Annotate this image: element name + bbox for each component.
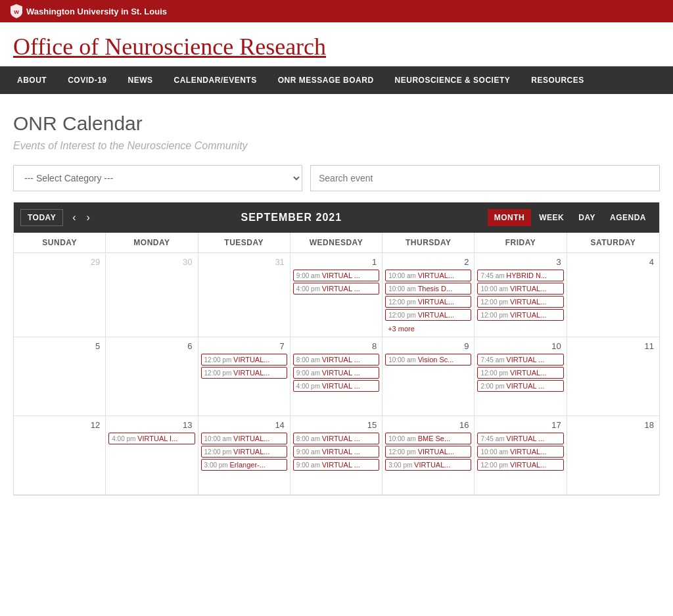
cal-cell-aug29: 29 [14, 253, 106, 337]
site-header: Office of Neuroscience Research [0, 22, 673, 66]
event-sep16-2[interactable]: 12:00 pm VIRTUAL... [385, 446, 471, 458]
header-sunday: SUNDAY [14, 233, 106, 252]
event-sep15-1[interactable]: 8:00 am VIRTUAL ... [293, 433, 379, 444]
event-sep3-2[interactable]: 10:00 am VIRTUAL... [477, 283, 563, 295]
event-sep1-2[interactable]: 4:00 pm VIRTUAL ... [293, 283, 379, 295]
nav-covid[interactable]: COVID-19 [57, 66, 117, 94]
event-sep14-3[interactable]: 3:00 pm Erlanger-... [201, 459, 287, 471]
event-sep2-more[interactable]: +3 more [385, 324, 417, 333]
header-wednesday: WEDNESDAY [290, 233, 383, 252]
event-sep2-3[interactable]: 12:00 pm VIRTUAL... [385, 296, 471, 308]
search-input[interactable] [310, 165, 660, 191]
nav-calendar[interactable]: CALENDAR/EVENTS [164, 66, 267, 94]
nav-about[interactable]: ABOUT [7, 66, 57, 94]
nav-news[interactable]: NEWS [118, 66, 164, 94]
header-friday: FRIDAY [475, 233, 567, 252]
cal-cell-sep10: 10 7:45 am VIRTUAL ... 12:00 pm VIRTUAL.… [475, 337, 567, 416]
event-sep7-2[interactable]: 12:00 pm VIRTUAL... [201, 367, 287, 379]
event-sep13-1[interactable]: 4:00 pm VIRTUAL I... [108, 433, 195, 444]
cal-cell-sep8: 8 8:00 am VIRTUAL ... 9:00 am VIRTUAL ..… [290, 337, 383, 416]
header-monday: MONDAY [106, 233, 198, 252]
event-sep17-3[interactable]: 12:00 pm VIRTUAL... [477, 459, 563, 471]
calendar: TODAY ‹ › SEPTEMBER 2021 MONTH WEEK DAY … [13, 202, 660, 496]
view-week[interactable]: WEEK [532, 209, 570, 226]
cal-cell-sep18: 18 [567, 416, 659, 495]
category-select[interactable]: --- Select Category --- [13, 165, 302, 191]
event-sep8-1[interactable]: 8:00 am VIRTUAL ... [293, 354, 379, 366]
cal-cell-sep3: 3 7:45 am HYBRID N... 10:00 am VIRTUAL..… [475, 253, 567, 337]
top-bar: W Washington University in St. Louis [0, 0, 673, 22]
event-sep7-1[interactable]: 12:00 pm VIRTUAL... [201, 354, 287, 366]
event-sep2-1[interactable]: 10:00 am VIRTUAL... [385, 270, 471, 281]
cal-cell-sep6: 6 [106, 337, 198, 416]
calendar-title: SEPTEMBER 2021 [95, 212, 488, 224]
cal-cell-sep17: 17 7:45 am VIRTUAL ... 10:00 am VIRTUAL.… [475, 416, 567, 495]
cal-cell-sep1: 1 9:00 am VIRTUAL ... 4:00 pm VIRTUAL ..… [290, 253, 383, 337]
page-heading: ONR Calendar [13, 112, 660, 135]
cal-cell-sep2: 2 10:00 am VIRTUAL... 10:00 am Thesis D.… [383, 253, 475, 337]
cal-cell-aug30: 30 [106, 253, 198, 337]
header-thursday: THURSDAY [383, 233, 475, 252]
event-sep16-1[interactable]: 10:00 am BME Se... [385, 433, 471, 444]
svg-text:W: W [14, 9, 19, 15]
event-sep3-1[interactable]: 7:45 am HYBRID N... [477, 270, 563, 281]
next-button[interactable]: › [81, 209, 95, 226]
event-sep9-1[interactable]: 10:00 am Vision Sc... [385, 354, 471, 366]
nav-neuroscience-society[interactable]: NEUROSCIENCE & SOCIETY [384, 66, 521, 94]
week-1: 29 30 31 1 9:00 am VIRTUAL ... 4:00 pm V… [14, 253, 659, 337]
cal-cell-sep13: 13 4:00 pm VIRTUAL I... [106, 416, 198, 495]
event-sep3-4[interactable]: 12:00 pm VIRTUAL... [477, 309, 563, 321]
event-sep3-3[interactable]: 12:00 pm VIRTUAL... [477, 296, 563, 308]
event-sep16-3[interactable]: 3:00 pm VIRTUAL... [385, 459, 471, 471]
cal-cell-sep7: 7 12:00 pm VIRTUAL... 12:00 pm VIRTUAL..… [198, 337, 290, 416]
event-sep14-2[interactable]: 12:00 pm VIRTUAL... [201, 446, 287, 458]
cal-cell-sep14: 14 10:00 am VIRTUAL... 12:00 pm VIRTUAL.… [198, 416, 290, 495]
view-month[interactable]: MONTH [488, 209, 532, 226]
view-agenda[interactable]: AGENDA [603, 209, 653, 226]
event-sep14-1[interactable]: 10:00 am VIRTUAL... [201, 433, 287, 444]
event-sep17-1[interactable]: 7:45 am VIRTUAL ... [477, 433, 563, 444]
event-sep2-2[interactable]: 10:00 am Thesis D... [385, 283, 471, 295]
page-content: ONR Calendar Events of Interest to the N… [0, 94, 673, 509]
event-sep8-2[interactable]: 9:00 am VIRTUAL ... [293, 367, 379, 379]
event-sep2-4[interactable]: 12:00 pm VIRTUAL... [385, 309, 471, 321]
event-sep8-3[interactable]: 4:00 pm VIRTUAL ... [293, 380, 379, 392]
header-saturday: SATURDAY [567, 233, 659, 252]
cal-cell-sep4: 4 [567, 253, 659, 337]
cal-cell-sep9: 9 10:00 am Vision Sc... [383, 337, 475, 416]
event-sep17-2[interactable]: 10:00 am VIRTUAL... [477, 446, 563, 458]
cal-cell-sep11: 11 [567, 337, 659, 416]
event-sep10-2[interactable]: 12:00 pm VIRTUAL... [477, 367, 563, 379]
prev-button[interactable]: ‹ [67, 209, 81, 226]
main-nav: ABOUT COVID-19 NEWS CALENDAR/EVENTS ONR … [0, 66, 673, 94]
nav-resources[interactable]: RESOURCES [521, 66, 595, 94]
view-day[interactable]: DAY [572, 209, 602, 226]
event-sep15-3[interactable]: 9:00 am VIRTUAL ... [293, 459, 379, 471]
week-2: 5 6 7 12:00 pm VIRTUAL... 12:00 pm VIRTU… [14, 337, 659, 416]
header-tuesday: TUESDAY [198, 233, 290, 252]
today-button[interactable]: TODAY [20, 209, 63, 226]
cal-cell-sep12: 12 [14, 416, 106, 495]
cal-cell-aug31: 31 [198, 253, 290, 337]
filter-row: --- Select Category --- [13, 165, 660, 191]
cal-cell-sep15: 15 8:00 am VIRTUAL ... 9:00 am VIRTUAL .… [290, 416, 383, 495]
event-sep10-1[interactable]: 7:45 am VIRTUAL ... [477, 354, 563, 366]
page-subheading: Events of Interest to the Neuroscience C… [13, 140, 660, 152]
cal-cell-sep16: 16 10:00 am BME Se... 12:00 pm VIRTUAL..… [383, 416, 475, 495]
nav-message-board[interactable]: ONR MESSAGE BOARD [267, 66, 384, 94]
event-sep10-3[interactable]: 2:00 pm VIRTUAL ... [477, 380, 563, 392]
cal-cell-sep5: 5 [14, 337, 106, 416]
view-buttons: MONTH WEEK DAY AGENDA [488, 209, 653, 226]
calendar-toolbar: TODAY ‹ › SEPTEMBER 2021 MONTH WEEK DAY … [14, 202, 659, 233]
university-logo: W Washington University in St. Louis [11, 4, 167, 18]
day-headers: SUNDAY MONDAY TUESDAY WEDNESDAY THURSDAY… [14, 233, 659, 253]
event-sep1-1[interactable]: 9:00 am VIRTUAL ... [293, 270, 379, 281]
event-sep15-2[interactable]: 9:00 am VIRTUAL ... [293, 446, 379, 458]
site-title[interactable]: Office of Neuroscience Research [13, 34, 326, 60]
week-3: 12 13 4:00 pm VIRTUAL I... 14 10:00 am V… [14, 416, 659, 495]
